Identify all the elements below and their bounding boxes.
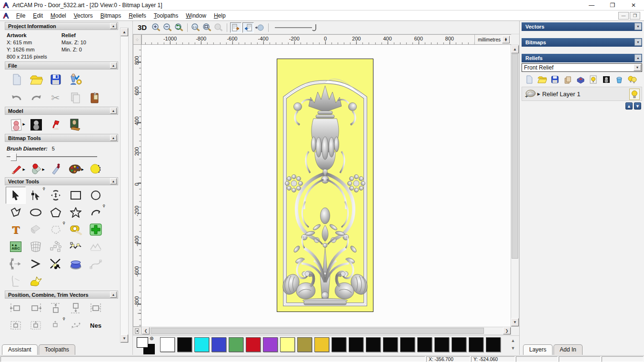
menu-item-edit[interactable]: Edit <box>29 11 47 20</box>
preview-bitmap-layer-button[interactable] <box>242 22 254 33</box>
palette-swatch-4[interactable] <box>229 337 243 352</box>
link-colours-icon[interactable]: ⊜ <box>150 336 153 341</box>
align-right-tool[interactable] <box>26 300 46 317</box>
canvas-horizontal-scrollbar[interactable]: ❮ ❯ <box>141 327 511 335</box>
scroll-right-button[interactable]: ❯ <box>503 327 511 334</box>
ellipse-tool[interactable] <box>26 204 46 221</box>
dropdown-arrow-icon[interactable]: ▼ <box>634 64 641 71</box>
undo-icon[interactable] <box>7 90 26 106</box>
envelope-distort-tool[interactable] <box>26 238 46 255</box>
colour-picker-icon[interactable] <box>46 162 65 176</box>
palette-swatch-5[interactable] <box>246 337 261 352</box>
collapse-icon[interactable]: ▲ <box>110 62 117 69</box>
unwrap-vectors-tool[interactable] <box>86 238 106 255</box>
palette-swatch-17[interactable] <box>452 337 466 352</box>
toggle-all-layers-icon[interactable] <box>625 74 638 85</box>
align-top-tool[interactable] <box>46 300 66 317</box>
zoom-in-icon[interactable] <box>151 22 162 33</box>
menu-item-reliefs[interactable]: Reliefs <box>125 11 150 20</box>
open-model-icon[interactable] <box>26 71 46 88</box>
close-button[interactable]: ✕ <box>623 0 644 10</box>
scroll-up-button[interactable]: ▲ <box>511 45 519 53</box>
paste-icon[interactable] <box>65 90 85 106</box>
scatter-copies-tool[interactable] <box>66 317 86 334</box>
open-relief-layer-icon[interactable] <box>535 74 548 85</box>
block-copy-tool[interactable]: ⚲ <box>46 317 66 334</box>
vertical-scroll-thumb[interactable] <box>512 54 518 259</box>
toggle-3d-view-button[interactable]: 3D <box>138 23 147 31</box>
vectors-section-header[interactable]: Vectors ▼ <box>522 22 642 31</box>
wrap-vectors-tool[interactable] <box>66 255 86 272</box>
units-dropdown-icon[interactable]: ▲▼ <box>502 36 510 43</box>
palette-scroll-up-icon[interactable]: ▲ <box>509 337 517 344</box>
relief-preview-icon[interactable] <box>587 74 600 85</box>
horizontal-scroll-thumb[interactable] <box>151 328 484 334</box>
canvas-corner-button[interactable] <box>133 327 141 335</box>
layer-expander-icon[interactable]: ▶ <box>537 92 540 96</box>
palette-swatch-6[interactable] <box>263 337 278 352</box>
scroll-left-button[interactable]: ❮ <box>142 327 150 334</box>
minimize-button[interactable]: — <box>581 0 602 10</box>
freehand-polyline-tool[interactable] <box>6 204 26 221</box>
toggle-view-icon[interactable] <box>254 22 266 33</box>
rectangle-tool[interactable] <box>66 187 86 204</box>
palette-swatch-8[interactable] <box>297 337 312 352</box>
brush-slider-handle[interactable] <box>10 153 17 161</box>
palette-scrollbar[interactable]: ▲ ▼ <box>509 337 518 355</box>
section-file[interactable]: File ▲ <box>5 61 118 70</box>
zoom-fit-icon[interactable] <box>201 22 213 33</box>
collapse-icon[interactable]: ▲ <box>110 292 117 298</box>
zoom-selection-icon[interactable] <box>213 22 224 33</box>
measure-tool[interactable] <box>66 221 86 238</box>
spline-vectors-tool[interactable] <box>86 255 106 272</box>
polygon-tool[interactable] <box>46 204 66 221</box>
palette-swatch-15[interactable] <box>417 337 432 352</box>
align-centre-tool[interactable] <box>86 300 106 317</box>
preview-relief-layer-button[interactable] <box>230 22 242 33</box>
palette-swatch-0[interactable] <box>160 337 175 352</box>
lamp-lighting-icon[interactable] <box>46 117 65 133</box>
palette-swatch-13[interactable] <box>383 337 398 352</box>
zoom-out-icon[interactable] <box>162 22 173 33</box>
paste-along-curve-tool[interactable] <box>46 238 66 255</box>
palette-swatch-9[interactable] <box>314 337 329 352</box>
circle-tool[interactable] <box>86 187 106 204</box>
palette-icon[interactable]: ▶ <box>65 162 85 176</box>
palette-swatch-12[interactable] <box>366 337 381 352</box>
collapse-icon[interactable]: ▲ <box>110 178 117 184</box>
palette-swatch-19[interactable] <box>486 337 501 352</box>
greyscale-preview-icon[interactable] <box>600 74 613 85</box>
pour-text-tool[interactable] <box>26 221 46 238</box>
create-plate-tool[interactable] <box>86 221 106 238</box>
arc-tool[interactable]: ⚲ <box>86 204 106 221</box>
menu-item-help[interactable]: Help <box>210 11 230 20</box>
tab-toolpaths[interactable]: Toolpaths <box>39 344 75 355</box>
layer-visibility-toggle[interactable] <box>629 89 640 100</box>
magic-select-icon[interactable] <box>85 162 104 176</box>
nesting-tool[interactable]: Nes <box>86 317 106 334</box>
menu-item-model[interactable]: Model <box>47 11 70 20</box>
scroll-down-button[interactable]: ▼ <box>511 318 519 326</box>
menu-item-bitmaps[interactable]: Bitmaps <box>97 11 125 20</box>
trim-vectors-tool[interactable] <box>46 255 66 272</box>
offset-chevron-tool[interactable] <box>26 255 46 272</box>
node-editing-tool[interactable]: ⚲ <box>26 187 46 204</box>
reliefs-section-header[interactable]: Reliefs ▲ <box>522 54 642 62</box>
door-relief-artwork[interactable] <box>277 59 373 312</box>
move-layer-up-button[interactable]: ▲ <box>625 102 633 110</box>
tab-assistant[interactable]: Assistant <box>2 344 38 355</box>
centre-in-page-tool[interactable] <box>6 317 26 334</box>
texture-image-icon[interactable] <box>65 117 85 133</box>
save-relief-layer-icon[interactable] <box>548 74 561 85</box>
cut-icon[interactable]: ✂ <box>46 90 65 106</box>
new-model-icon[interactable] <box>7 71 26 88</box>
align-left-tool[interactable] <box>6 300 26 317</box>
tab-add-in[interactable]: Add In <box>553 344 583 355</box>
centre-in-page-2-tool[interactable] <box>26 317 46 334</box>
brush-diameter-slider[interactable] <box>7 156 97 157</box>
palette-swatch-2[interactable] <box>194 337 209 352</box>
import-notes-icon[interactable] <box>85 90 104 106</box>
collapse-icon[interactable]: ▲ <box>110 135 117 141</box>
contrast-slider[interactable] <box>274 22 322 33</box>
mdi-restore-button[interactable]: ❐ <box>630 12 640 20</box>
